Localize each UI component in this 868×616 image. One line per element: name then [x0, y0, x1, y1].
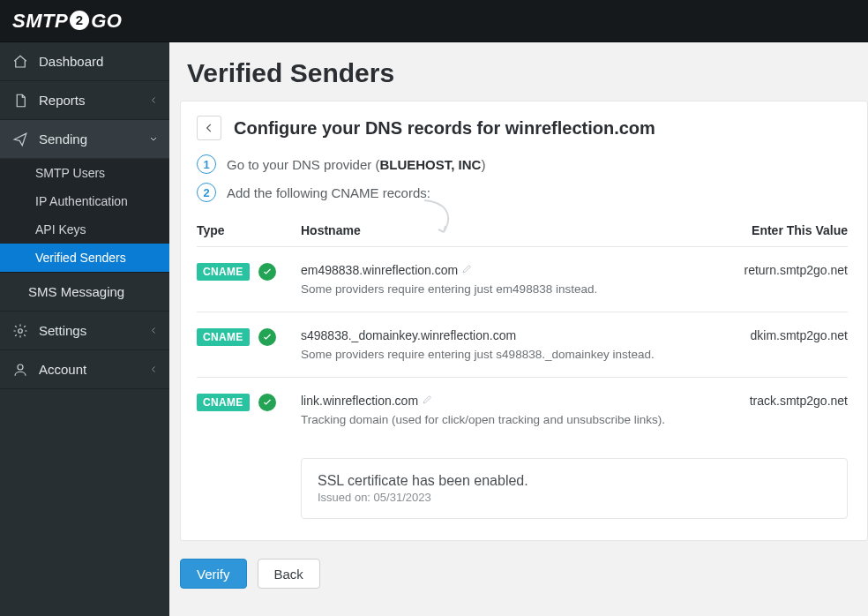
sidebar-item-sms[interactable]: SMS Messaging: [0, 273, 169, 312]
col-type: Type: [197, 223, 301, 237]
dns-row-value: track.smtp2go.net: [707, 394, 848, 408]
check-ok-icon: [258, 263, 276, 281]
dns-row-type: CNAME: [197, 394, 301, 411]
brand-left: SMTP: [12, 10, 68, 33]
sidebar-submenu-sending: SMTP Users IP Authentication API Keys Ve…: [0, 159, 169, 273]
hostname-text: link.winreflection.com: [301, 394, 418, 408]
verify-button[interactable]: Verify: [180, 559, 247, 589]
dns-row-value: return.smtp2go.net: [707, 263, 848, 277]
blank-icon: [12, 284, 28, 300]
brand-mid: 2: [70, 11, 89, 30]
hostname-note: Some providers require entering just s49…: [301, 348, 707, 361]
dns-row-type: CNAME: [197, 328, 301, 346]
step-number-icon: 2: [197, 183, 216, 202]
col-hostname: Hostname: [301, 223, 707, 237]
sidebar-item-label: Sending: [39, 131, 87, 146]
sidebar-sub-smtp-users[interactable]: SMTP Users: [0, 159, 169, 187]
sidebar-item-label: Reports: [39, 93, 86, 108]
sidebar-sub-ip-auth[interactable]: IP Authentication: [0, 187, 169, 215]
chevron-down-icon: [148, 131, 159, 146]
sidebar-sub-label: API Keys: [35, 222, 86, 237]
panel-title: Configure your DNS records for winreflec…: [234, 118, 655, 139]
page-title: Verified Senders: [187, 58, 868, 88]
panel-header: Configure your DNS records for winreflec…: [197, 116, 848, 140]
sidebar-sub-api-keys[interactable]: API Keys: [0, 215, 169, 244]
brand-right: GO: [91, 10, 122, 33]
cname-badge: CNAME: [197, 263, 250, 281]
edit-icon[interactable]: [422, 394, 433, 408]
dns-row: CNAME em498838.winreflection.com Some pr…: [197, 246, 848, 312]
hostname-text: s498838._domainkey.winreflection.com: [301, 328, 516, 342]
send-icon: [12, 131, 28, 147]
sidebar-item-label: SMS Messaging: [28, 284, 124, 299]
step-2: 2 Add the following CNAME records:: [197, 183, 848, 202]
content: Verified Senders Configure your DNS reco…: [169, 42, 868, 616]
sidebar-sub-label: SMTP Users: [35, 166, 105, 180]
user-icon: [12, 362, 28, 378]
ssl-status-title: SSL certificate has been enabled.: [318, 473, 831, 489]
dns-row-host: s498838._domainkey.winreflection.com Som…: [301, 328, 707, 361]
hostname-text: em498838.winreflection.com: [301, 263, 458, 277]
dns-table-header: Type Hostname Enter This Value: [197, 211, 848, 246]
panel-actions: Verify Back: [180, 559, 868, 589]
back-button[interactable]: Back: [258, 559, 320, 589]
cname-badge: CNAME: [197, 328, 250, 346]
dns-row-host: link.winreflection.com Tracking domain (…: [301, 394, 707, 426]
sidebar-item-label: Settings: [39, 323, 86, 338]
brand-logo[interactable]: SMTP 2 GO: [12, 10, 122, 33]
step-1-provider: BLUEHOST, INC: [379, 157, 481, 172]
sidebar-sub-verified-senders[interactable]: Verified Senders: [0, 244, 169, 272]
sidebar-item-dashboard[interactable]: Dashboard: [0, 42, 169, 81]
sidebar-sub-label: Verified Senders: [35, 251, 126, 265]
chevron-left-icon: [148, 93, 159, 108]
topbar: SMTP 2 GO: [0, 0, 868, 42]
step-number-icon: 1: [197, 154, 216, 174]
sidebar-item-settings[interactable]: Settings: [0, 312, 169, 350]
step-1-pre: Go to your DNS provider (: [227, 157, 379, 172]
sidebar-item-reports[interactable]: Reports: [0, 81, 169, 120]
chevron-left-icon: [148, 362, 159, 377]
document-icon: [12, 93, 28, 109]
svg-point-0: [19, 328, 23, 333]
hostname-note: Tracking domain (used for click/open tra…: [301, 413, 707, 426]
col-value: Enter This Value: [707, 223, 848, 237]
svg-point-1: [18, 364, 23, 370]
check-ok-icon: [258, 328, 276, 346]
step-1-post: ): [481, 157, 485, 172]
panel-back-button[interactable]: [197, 116, 221, 140]
step-1-text: Go to your DNS provider (BLUEHOST, INC): [227, 157, 485, 172]
dns-row-type: CNAME: [197, 263, 301, 281]
sidebar-item-sending[interactable]: Sending: [0, 120, 169, 159]
gear-icon: [12, 323, 28, 339]
cname-badge: CNAME: [197, 394, 250, 411]
home-icon: [12, 54, 28, 70]
dns-row: CNAME s498838._domainkey.winreflection.c…: [197, 312, 848, 377]
dns-panel: Configure your DNS records for winreflec…: [180, 101, 868, 541]
dns-row-value: dkim.smtp2go.net: [707, 328, 848, 342]
dns-row-host: em498838.winreflection.com Some provider…: [301, 263, 707, 296]
sidebar-item-label: Account: [39, 362, 86, 377]
check-ok-icon: [258, 394, 276, 411]
edit-icon[interactable]: [461, 263, 473, 277]
chevron-left-icon: [148, 323, 159, 338]
step-1: 1 Go to your DNS provider (BLUEHOST, INC…: [197, 154, 848, 174]
ssl-status-issued: Issued on: 05/31/2023: [318, 491, 831, 504]
hostname-note: Some providers require entering just em4…: [301, 282, 707, 296]
sidebar: Dashboard Reports Sending SMTP Users IP …: [0, 42, 169, 616]
dns-row: CNAME link.winreflection.com Tracking do…: [197, 377, 848, 442]
sidebar-item-label: Dashboard: [39, 54, 103, 69]
sidebar-sub-label: IP Authentication: [35, 194, 128, 208]
step-2-text: Add the following CNAME records:: [227, 185, 430, 200]
sidebar-item-account[interactable]: Account: [0, 350, 169, 389]
ssl-status-box: SSL certificate has been enabled. Issued…: [301, 458, 848, 519]
